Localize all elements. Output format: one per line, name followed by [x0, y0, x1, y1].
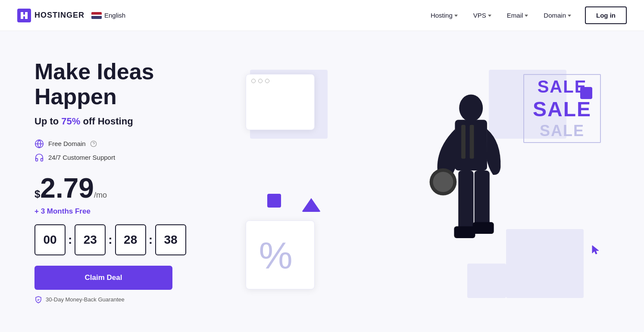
svg-rect-15 — [470, 125, 474, 158]
logo-icon — [17, 9, 31, 22]
browser-dot-3 — [265, 79, 269, 83]
shield-icon — [34, 296, 42, 304]
svg-rect-14 — [461, 125, 466, 158]
svg-point-6 — [459, 94, 483, 121]
globe-icon — [34, 139, 44, 149]
percent-icon: % — [256, 231, 304, 279]
chevron-down-icon — [488, 15, 491, 17]
countdown-timer: 00 : 23 : 28 : 38 — [34, 224, 241, 255]
hero-graphic: % SALE SALE SALE — [241, 61, 618, 302]
man-figure — [407, 83, 519, 302]
countdown-separator-3: : — [149, 233, 153, 247]
price-display: $ 2.79 /mo — [34, 174, 241, 202]
help-icon — [90, 140, 97, 147]
nav-item-domain[interactable]: Domain — [537, 8, 578, 22]
feature-list: Free Domain 24/7 Customer Support — [34, 139, 241, 162]
language-label: English — [104, 12, 125, 19]
navbar-right: Hosting VPS Email Domain Log in — [424, 6, 627, 24]
svg-text:%: % — [259, 233, 293, 276]
nav-item-hosting[interactable]: Hosting — [424, 8, 465, 22]
sale-box: SALE SALE SALE — [523, 74, 601, 143]
percent-card: % — [246, 220, 315, 289]
feature-free-domain: Free Domain — [34, 139, 241, 149]
svg-rect-9 — [475, 171, 490, 226]
deco-purple-triangle — [302, 198, 321, 212]
hero-subtitle: Up to 75% off Hosting — [34, 116, 241, 127]
brand-name: HOSTINGER — [34, 11, 84, 20]
countdown-separator-2: : — [108, 233, 112, 247]
svg-rect-10 — [454, 226, 475, 238]
cursor-icon — [591, 245, 600, 255]
price-block: $ 2.79 /mo — [34, 174, 241, 202]
logo-link[interactable]: HOSTINGER — [17, 9, 84, 22]
free-months-label: + 3 Months Free — [34, 207, 241, 216]
countdown-minutes: 23 — [75, 224, 106, 255]
nav-item-email[interactable]: Email — [500, 8, 535, 22]
browser-dot-2 — [258, 79, 263, 83]
browser-dot-1 — [251, 79, 256, 83]
svg-point-13 — [433, 171, 453, 192]
headset-icon — [34, 153, 44, 162]
svg-rect-11 — [473, 222, 494, 233]
nav-item-vps[interactable]: VPS — [466, 8, 498, 22]
svg-rect-8 — [458, 171, 473, 230]
language-selector[interactable]: English — [91, 12, 125, 19]
sale-text-3: SALE — [540, 122, 585, 140]
navbar: HOSTINGER English Hosting VPS Email Doma… — [0, 0, 644, 31]
guarantee-label: 30-Day Money-Back Guarantee — [34, 296, 241, 304]
login-button[interactable]: Log in — [585, 6, 627, 24]
sale-text-2: SALE — [533, 97, 591, 121]
chevron-down-icon — [568, 15, 571, 17]
hero-title: Make Ideas Happen — [34, 59, 241, 109]
navbar-left: HOSTINGER English — [17, 9, 125, 22]
countdown-hours: 00 — [34, 224, 66, 255]
feature-support: 24/7 Customer Support — [34, 153, 241, 162]
hero-content: Make Ideas Happen Up to 75% off Hosting … — [34, 59, 241, 303]
chevron-down-icon — [454, 15, 458, 17]
chevron-down-icon — [525, 15, 528, 17]
browser-dots — [251, 79, 309, 83]
browser-card — [246, 74, 315, 130]
sale-text-1: SALE — [538, 77, 587, 96]
countdown-separator-1: : — [68, 233, 72, 247]
deco-purple-square — [267, 194, 281, 208]
claim-deal-button[interactable]: Claim Deal — [34, 266, 172, 290]
countdown-frames: 38 — [155, 224, 186, 255]
countdown-seconds: 28 — [115, 224, 146, 255]
flag-icon — [91, 12, 102, 19]
hero-section: Make Ideas Happen Up to 75% off Hosting … — [0, 31, 644, 332]
